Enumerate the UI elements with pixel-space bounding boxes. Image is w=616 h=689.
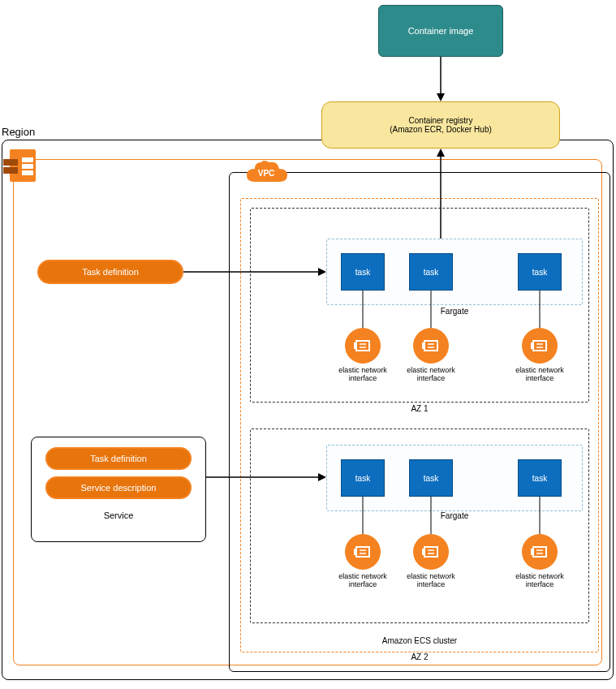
svg-rect-12 bbox=[356, 341, 369, 351]
svg-marker-40 bbox=[318, 268, 326, 276]
ecs-service-icon bbox=[3, 146, 42, 185]
az1-task-2: task bbox=[409, 253, 453, 291]
svg-rect-7 bbox=[22, 170, 33, 175]
task-label: task bbox=[424, 268, 438, 277]
connector bbox=[362, 291, 364, 328]
service-task-def-label: Task definition bbox=[90, 454, 147, 463]
az1-eni-3-icon bbox=[522, 328, 558, 364]
service-label: Service bbox=[104, 510, 134, 520]
container-registry-subtitle: (Amazon ECR, Docker Hub) bbox=[390, 125, 492, 134]
az2-task-2: task bbox=[409, 459, 453, 497]
svg-rect-16 bbox=[424, 341, 437, 351]
region-label: Region bbox=[2, 126, 35, 138]
container-registry-title: Container registry bbox=[409, 116, 473, 125]
az2-eni-2-label: elastic network interface bbox=[394, 573, 467, 589]
connector bbox=[539, 497, 541, 534]
arrow-service-to-fargate bbox=[206, 472, 326, 483]
service-box: Task definition Service description Serv… bbox=[31, 437, 206, 542]
svg-rect-20 bbox=[533, 341, 546, 351]
arrow-taskdef1-to-fargate bbox=[183, 266, 326, 278]
az2-task-3: task bbox=[518, 459, 562, 497]
container-image-box: Container image bbox=[378, 5, 503, 57]
svg-marker-44 bbox=[318, 473, 326, 481]
container-registry-box: Container registry (Amazon ECR, Docker H… bbox=[321, 101, 560, 149]
connector bbox=[430, 291, 432, 328]
fargate1-label: Fargate bbox=[326, 307, 583, 316]
task-definition-label: Task definition bbox=[82, 267, 139, 277]
connector bbox=[539, 291, 541, 328]
svg-rect-31 bbox=[424, 547, 437, 557]
svg-text:VPC: VPC bbox=[258, 169, 275, 178]
az1-eni-2-icon bbox=[413, 328, 449, 364]
ecs-cluster-label: Amazon ECS cluster bbox=[240, 636, 599, 645]
service-task-definition: Task definition bbox=[45, 447, 192, 470]
svg-marker-1 bbox=[437, 93, 445, 101]
az1-eni-3-label: elastic network interface bbox=[503, 367, 576, 383]
az1-task-3: task bbox=[518, 253, 562, 291]
svg-rect-5 bbox=[22, 157, 33, 162]
svg-rect-35 bbox=[533, 547, 546, 557]
task-label: task bbox=[532, 268, 547, 277]
vpc-badge-icon: VPC bbox=[243, 161, 289, 185]
az2-eni-3-label: elastic network interface bbox=[503, 573, 576, 589]
az1-eni-1-icon bbox=[345, 328, 381, 364]
az2-label: AZ 2 bbox=[250, 652, 589, 661]
container-image-label: Container image bbox=[408, 26, 474, 36]
task-label: task bbox=[355, 474, 370, 483]
svg-rect-27 bbox=[356, 547, 369, 557]
az2-eni-1-label: elastic network interface bbox=[326, 573, 399, 589]
task-label: task bbox=[424, 474, 438, 483]
arrow-image-to-registry bbox=[438, 57, 446, 101]
service-description-label: Service description bbox=[81, 483, 157, 493]
task-label: task bbox=[355, 268, 370, 277]
az1-eni-2-label: elastic network interface bbox=[394, 367, 467, 383]
service-description: Service description bbox=[45, 476, 192, 499]
az1-task-1: task bbox=[341, 253, 385, 291]
arrow-fargate-to-registry bbox=[438, 149, 446, 239]
svg-rect-6 bbox=[22, 164, 33, 169]
az2-task-1: task bbox=[341, 459, 385, 497]
fargate2-label: Fargate bbox=[326, 511, 583, 520]
az2-eni-1-icon bbox=[345, 534, 381, 570]
az1-label: AZ 1 bbox=[250, 404, 589, 413]
az2-eni-3-icon bbox=[522, 534, 558, 570]
az2-eni-2-icon bbox=[413, 534, 449, 570]
svg-marker-42 bbox=[437, 149, 445, 157]
connector bbox=[430, 497, 432, 534]
task-definition-1: Task definition bbox=[37, 260, 183, 284]
az1-eni-1-label: elastic network interface bbox=[326, 367, 399, 383]
svg-rect-4 bbox=[3, 167, 18, 174]
connector bbox=[362, 497, 364, 534]
task-label: task bbox=[532, 474, 547, 483]
svg-rect-3 bbox=[3, 159, 18, 166]
